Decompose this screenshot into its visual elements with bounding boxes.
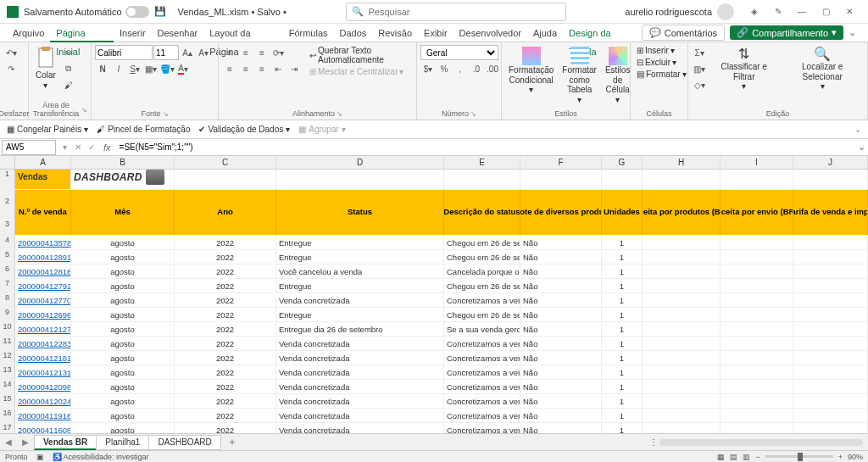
fill-color-button[interactable]: 🪣▾ (159, 61, 175, 76)
zoom-in-button[interactable]: + (838, 453, 843, 461)
toolbar-expand[interactable]: ⌄ (854, 125, 861, 134)
align-launcher[interactable]: ↘ (337, 110, 342, 118)
table-title[interactable]: Vendas (15, 170, 71, 189)
comma-button[interactable]: , (453, 61, 468, 76)
italic-button[interactable]: I (111, 61, 126, 76)
view-normal-button[interactable]: ▦ (717, 453, 725, 461)
increase-decimal-button[interactable]: .0 (469, 61, 484, 76)
table-header-cell[interactable]: Descrição do status (444, 190, 520, 235)
freeze-panes-button[interactable]: ▦ Congelar Painéis ▾ (7, 125, 88, 134)
spreadsheet-grid[interactable]: ABCDEFGHIJ 1 Vendas DASHBOARD 23 N.º de … (0, 156, 868, 446)
clipboard-launcher[interactable]: ↘ (81, 106, 87, 114)
minimize-button[interactable]: — (790, 3, 814, 21)
sale-id-link[interactable]: 2000004122836 (18, 339, 71, 348)
sheet-tab[interactable]: Vendas BR (34, 435, 97, 450)
diamond-icon[interactable]: ◈ (743, 3, 766, 21)
row-number[interactable]: 11 (0, 337, 15, 350)
row-number[interactable]: 8 (0, 293, 15, 307)
ribbon-tab-design-da-tabela[interactable]: Design da Tabela (563, 24, 642, 42)
cancel-formula-button[interactable]: ✕ (71, 142, 85, 152)
number-format-select[interactable]: Geral (420, 45, 498, 60)
sheet-nav-prev[interactable]: ◀ (0, 437, 17, 447)
table-row[interactable]: 142000004120984agosto2022Venda concretiz… (0, 380, 868, 394)
column-header[interactable]: E (444, 156, 520, 169)
ribbon-tab-desenhar[interactable]: Desenhar (152, 24, 204, 42)
underline-button[interactable]: S▾ (127, 61, 142, 76)
table-row[interactable]: 52000004128918agosto2022EntregueChegou e… (0, 250, 868, 264)
ribbon-more[interactable]: ⌄ (843, 27, 861, 38)
sheet-nav-next[interactable]: ▶ (17, 437, 34, 447)
horizontal-scrollbar[interactable] (659, 439, 863, 446)
increase-indent-button[interactable]: ⇥ (287, 61, 302, 76)
search-input[interactable] (369, 7, 560, 17)
sale-id-link[interactable]: 2000004127929 (18, 281, 71, 291)
font-name-input[interactable] (95, 45, 153, 60)
row-number[interactable]: 4 (0, 236, 15, 249)
column-header[interactable]: D (276, 156, 444, 169)
orientation-button[interactable]: ⟳▾ (270, 45, 286, 60)
ribbon-tab-arquivo[interactable]: Arquivo (7, 24, 50, 42)
align-bottom-button[interactable]: ≡ (254, 45, 270, 60)
sale-id-link[interactable]: 2000004126965 (18, 310, 71, 320)
ribbon-tab-inserir[interactable]: Inserir (114, 24, 152, 42)
view-break-button[interactable]: ▥ (743, 453, 750, 461)
column-header[interactable]: H (643, 156, 721, 169)
row-number[interactable]: 1 (0, 170, 15, 189)
table-header-cell[interactable]: Receita por produtos (BRL) (643, 190, 721, 235)
ribbon-tab-revisão[interactable]: Revisão (372, 24, 418, 42)
zoom-out-button[interactable]: − (755, 453, 760, 461)
clear-button[interactable]: ◇▾ (692, 77, 707, 92)
row-number[interactable]: 5 (0, 250, 15, 264)
row-number[interactable]: 15 (0, 394, 15, 408)
view-layout-button[interactable]: ▤ (730, 453, 737, 461)
zoom-level[interactable]: 90% (848, 453, 863, 461)
delete-cells-button[interactable]: ⊟ Excluir ▾ (634, 57, 679, 68)
number-launcher[interactable]: ↘ (470, 110, 476, 118)
table-row[interactable]: 162000004119160agosto2022Venda concretiz… (0, 409, 868, 423)
table-row[interactable]: 152000004120248agosto2022Venda concretiz… (0, 394, 868, 409)
comments-button[interactable]: 💬 Comentários (642, 25, 725, 41)
format-as-table-button[interactable]: Formatar como Tabela ▾ (559, 45, 600, 106)
data-validation-button[interactable]: ✔ Validação de Dados ▾ (198, 125, 290, 134)
sale-id-link[interactable]: 2000004121316 (18, 368, 71, 377)
autosum-button[interactable]: Σ▾ (692, 45, 707, 60)
maximize-button[interactable]: ▢ (814, 3, 837, 21)
sale-id-link[interactable]: 2000004135783 (18, 238, 71, 248)
copy-button[interactable]: ⧉ (61, 61, 76, 76)
table-row[interactable]: 42000004135783agosto2022EntregueChegou e… (0, 236, 868, 250)
dashboard-button[interactable]: DASHBOARD (71, 170, 175, 189)
column-header[interactable]: B (71, 156, 175, 169)
table-header-cell[interactable]: Ano (175, 190, 276, 235)
undo-button[interactable]: ↶▾ (3, 45, 19, 60)
sale-id-link[interactable]: 2000004120984 (18, 382, 71, 392)
row-number[interactable]: 16 (0, 409, 15, 422)
merge-center-button[interactable]: ⊞ Mesclar e Centralizar ▾ (307, 66, 413, 77)
sale-id-link[interactable]: 2000004121817 (18, 353, 71, 363)
table-row[interactable]: 72000004127929agosto2022EntregueChegou e… (0, 279, 868, 293)
sale-id-link[interactable]: 2000004127700 (18, 296, 71, 305)
accessibility-status[interactable]: ♿ Acessibilidade: investigar (53, 453, 149, 461)
insert-cells-button[interactable]: ⊞ Inserir ▾ (634, 45, 677, 56)
font-size-input[interactable] (153, 45, 179, 60)
table-header-cell[interactable]: N.º de venda (15, 190, 71, 235)
confirm-formula-button[interactable]: ✓ (85, 142, 98, 152)
align-middle-button[interactable]: ≡ (238, 45, 253, 60)
group-button[interactable]: ▦ Agrupar ▾ (298, 125, 346, 134)
formula-expand[interactable]: ⌄ (854, 142, 868, 153)
decrease-decimal-button[interactable]: .00 (485, 61, 500, 76)
sheet-tab[interactable]: DASHBOARD (148, 435, 220, 450)
align-left-button[interactable]: ≡ (222, 61, 237, 76)
format-painter-quick[interactable]: 🖌 Pincel de Formatação (97, 125, 190, 134)
share-button[interactable]: 🔗 Compartilhamento ▾ (730, 25, 843, 40)
percent-button[interactable]: % (437, 61, 452, 76)
find-select-button[interactable]: 🔍Localizar e Selecionar ▾ (781, 45, 864, 93)
row-number[interactable]: 7 (0, 279, 15, 292)
table-row[interactable]: 122000004121817agosto2022Venda concretiz… (0, 351, 868, 365)
table-header-cell[interactable]: Status (276, 190, 444, 235)
row-number[interactable]: 13 (0, 365, 15, 379)
column-header[interactable]: J (793, 156, 868, 169)
column-header[interactable]: F (520, 156, 602, 169)
paste-button[interactable]: Colar ▾ (32, 45, 59, 92)
sheet-tab[interactable]: Planilha1 (96, 435, 149, 450)
table-header-cell[interactable]: Pacote de diversos produtos (520, 190, 602, 235)
